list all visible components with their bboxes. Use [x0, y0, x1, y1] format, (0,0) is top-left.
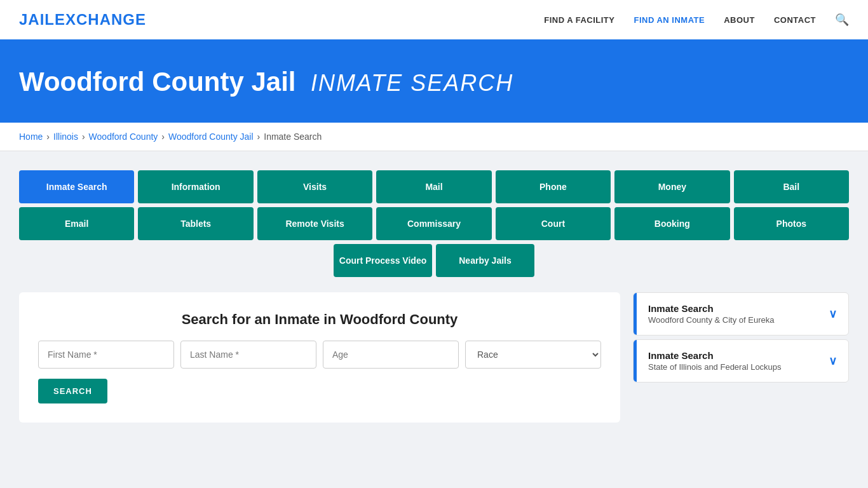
search-button[interactable]: SEARCH	[38, 379, 107, 403]
tab-visits[interactable]: Visits	[257, 170, 372, 203]
tab-photos[interactable]: Photos	[734, 207, 849, 240]
tabs-row1: Inmate Search Information Visits Mail Ph…	[19, 170, 849, 203]
sidebar-card-illinois: Inmate Search State of Illinois and Fede…	[633, 339, 849, 383]
name-row: Race White Black Hispanic Asian Other	[38, 341, 601, 369]
chevron-down-icon: ∨	[829, 307, 837, 321]
nav-contact[interactable]: CONTACT	[774, 15, 816, 25]
page-title: Woodford County Jail INMATE SEARCH	[19, 67, 849, 97]
breadcrumb-sep-1: ›	[46, 132, 50, 142]
last-name-input[interactable]	[180, 341, 316, 369]
breadcrumb-current: Inmate Search	[264, 132, 322, 142]
breadcrumb-woodford-jail[interactable]: Woodford County Jail	[168, 132, 254, 142]
sidebar-card-illinois-sub: State of Illinois and Federal Lockups	[648, 362, 782, 372]
site-logo[interactable]: JAILEXCHANGE	[19, 11, 146, 29]
sidebar-card-woodford-text: Inmate Search Woodford County & City of …	[648, 303, 774, 325]
breadcrumb: Home › Illinois › Woodford County › Wood…	[0, 123, 868, 151]
tab-email[interactable]: Email	[19, 207, 134, 240]
tab-money[interactable]: Money	[614, 170, 729, 203]
tab-phone[interactable]: Phone	[496, 170, 611, 203]
content-area: Search for an Inmate in Woodford County …	[19, 292, 849, 423]
page-title-main: Woodford County Jail	[19, 67, 296, 97]
tabs-row2: Email Tablets Remote Visits Commissary C…	[19, 207, 849, 240]
tab-booking[interactable]: Booking	[614, 207, 729, 240]
sidebar-card-woodford-title: Inmate Search	[648, 303, 774, 314]
logo-exchange: EXCHANGE	[55, 11, 146, 28]
tab-information[interactable]: Information	[138, 170, 253, 203]
first-name-input[interactable]	[38, 341, 174, 369]
tab-court-process-video[interactable]: Court Process Video	[334, 244, 432, 277]
breadcrumb-sep-2: ›	[82, 132, 85, 142]
breadcrumb-illinois[interactable]: Illinois	[53, 132, 78, 142]
tab-nearby-jails[interactable]: Nearby Jails	[436, 244, 534, 277]
page-title-italic: INMATE SEARCH	[311, 70, 513, 96]
tab-commissary[interactable]: Commissary	[376, 207, 491, 240]
chevron-down-icon-2: ∨	[829, 354, 837, 368]
tab-tablets[interactable]: Tablets	[138, 207, 253, 240]
breadcrumb-sep-4: ›	[257, 132, 261, 142]
hero-section: Woodford County Jail INMATE SEARCH	[0, 41, 868, 123]
sidebar-card-woodford-sub: Woodford County & City of Eureka	[648, 315, 774, 325]
breadcrumb-sep-3: ›	[161, 132, 165, 142]
sidebar-card-woodford-header[interactable]: Inmate Search Woodford County & City of …	[634, 293, 848, 335]
tabs-row3: Court Process Video Nearby Jails	[19, 244, 849, 277]
nav-find-inmate[interactable]: FIND AN INMATE	[634, 15, 705, 25]
breadcrumb-home[interactable]: Home	[19, 132, 43, 142]
sidebar-card-illinois-text: Inmate Search State of Illinois and Fede…	[648, 350, 782, 372]
sidebar: Inmate Search Woodford County & City of …	[633, 292, 849, 386]
nav-find-facility[interactable]: FIND A FACILITY	[544, 15, 614, 25]
tab-remote-visits[interactable]: Remote Visits	[257, 207, 372, 240]
sidebar-card-woodford: Inmate Search Woodford County & City of …	[633, 292, 849, 336]
tab-inmate-search[interactable]: Inmate Search	[19, 170, 134, 203]
tab-court[interactable]: Court	[496, 207, 611, 240]
navigation: JAILEXCHANGE FIND A FACILITY FIND AN INM…	[0, 0, 868, 41]
search-icon[interactable]: 🔍	[835, 13, 849, 27]
main-content: Inmate Search Information Visits Mail Ph…	[0, 151, 868, 442]
search-form-box: Search for an Inmate in Woodford County …	[19, 292, 620, 423]
breadcrumb-woodford-county[interactable]: Woodford County	[89, 132, 158, 142]
tab-bail[interactable]: Bail	[734, 170, 849, 203]
sidebar-card-illinois-header[interactable]: Inmate Search State of Illinois and Fede…	[634, 340, 848, 382]
nav-links: FIND A FACILITY FIND AN INMATE ABOUT CON…	[544, 13, 849, 27]
tab-mail[interactable]: Mail	[376, 170, 491, 203]
age-input[interactable]	[323, 341, 459, 369]
race-select[interactable]: Race White Black Hispanic Asian Other	[465, 341, 601, 369]
search-form-title: Search for an Inmate in Woodford County	[38, 311, 601, 328]
sidebar-card-illinois-title: Inmate Search	[648, 350, 782, 361]
logo-jail: JAIL	[19, 11, 55, 28]
nav-about[interactable]: ABOUT	[724, 15, 755, 25]
